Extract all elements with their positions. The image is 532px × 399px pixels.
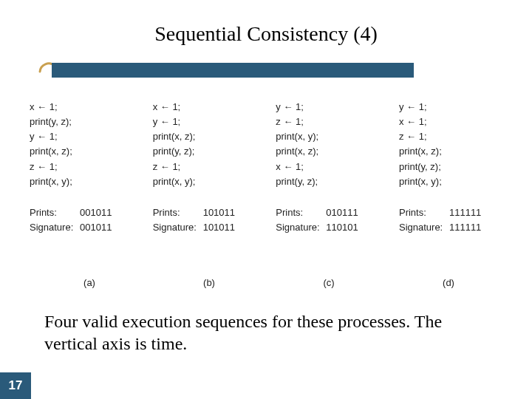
col-label-c: (c) — [269, 277, 389, 288]
op-line: z ← 1; — [276, 115, 386, 129]
op-line: print(x, z); — [153, 129, 264, 144]
page-number-badge: 17 — [0, 372, 31, 399]
op-line: print(x, z); — [399, 144, 510, 159]
op-line: print(y, z); — [276, 174, 386, 189]
op-line: print(x, y); — [153, 174, 264, 189]
op-line: print(y, z); — [399, 160, 510, 174]
signature-label: Signature: — [276, 220, 326, 235]
op-line: print(x, y); — [30, 174, 140, 189]
op-line: z ← 1; — [30, 160, 140, 174]
col-label-a: (a) — [30, 277, 149, 288]
prints-label: Prints: — [30, 205, 80, 220]
signature-value: 111111 — [449, 220, 481, 235]
op-line: z ← 1; — [399, 129, 510, 144]
sequence-col-c: y ← 1; z ← 1; print(x, y); print(x, z); … — [276, 100, 386, 235]
op-line: x ← 1; — [276, 160, 386, 174]
title-banner — [52, 63, 414, 78]
signature-value: 001011 — [80, 220, 112, 235]
signature-value: 101011 — [203, 220, 235, 235]
op-line: y ← 1; — [153, 115, 264, 129]
signature-value: 110101 — [326, 220, 358, 235]
sequences-grid: x ← 1; print(y, z); y ← 1; print(x, z); … — [30, 100, 510, 235]
prints-value: 111111 — [449, 205, 481, 220]
prints-label: Prints: — [276, 205, 326, 220]
op-line: y ← 1; — [276, 100, 386, 115]
sequence-col-d: y ← 1; x ← 1; z ← 1; print(x, z); print(… — [399, 100, 510, 235]
op-line: x ← 1; — [30, 100, 140, 115]
signature-label: Signature: — [153, 220, 203, 235]
op-line: print(y, z); — [30, 115, 140, 129]
prints-value: 001011 — [80, 205, 112, 220]
slide-title: Sequential Consistency (4) — [154, 22, 378, 45]
op-line: z ← 1; — [153, 160, 264, 174]
op-line: x ← 1; — [399, 115, 510, 129]
op-line: y ← 1; — [30, 129, 140, 144]
signature-label: Signature: — [30, 220, 80, 235]
sequence-col-a: x ← 1; print(y, z); y ← 1; print(x, z); … — [30, 100, 140, 235]
op-line: x ← 1; — [153, 100, 264, 115]
column-labels: (a) (b) (c) (d) — [30, 277, 510, 288]
prints-label: Prints: — [153, 205, 203, 220]
prints-label: Prints: — [399, 205, 449, 220]
sequence-col-b: x ← 1; y ← 1; print(x, z); print(y, z); … — [153, 100, 264, 235]
prints-value: 010111 — [326, 205, 358, 220]
op-line: print(x, z); — [30, 144, 140, 159]
op-line: print(x, y); — [399, 174, 510, 189]
signature-label: Signature: — [399, 220, 449, 235]
col-label-b: (b) — [149, 277, 269, 288]
prints-value: 101011 — [203, 205, 235, 220]
col-label-d: (d) — [389, 277, 508, 288]
op-line: print(x, z); — [276, 144, 386, 159]
op-line: print(y, z); — [153, 144, 264, 159]
caption-text: Four valid execution sequences for these… — [44, 310, 488, 355]
op-line: y ← 1; — [399, 100, 510, 115]
op-line: print(x, y); — [276, 129, 386, 144]
